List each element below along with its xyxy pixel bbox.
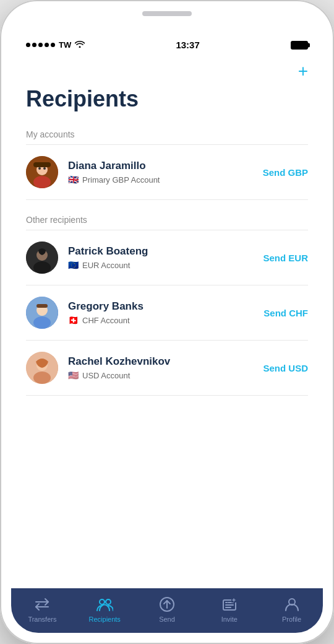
signal-dot-1 bbox=[26, 43, 30, 47]
svg-point-2 bbox=[33, 176, 51, 188]
recipient-account-gregory: 🇨🇭 CHF Account bbox=[68, 315, 254, 325]
nav-item-profile[interactable]: Profile bbox=[260, 596, 323, 623]
recipient-name-rachel: Rachel Kozhevnikov bbox=[68, 355, 253, 368]
avatar-diana-face bbox=[26, 156, 58, 188]
status-bar: TW 13:37 bbox=[11, 31, 323, 55]
other-recipients-label: Other recipients bbox=[11, 210, 323, 230]
carrier-text: TW bbox=[59, 40, 71, 50]
recipient-info-gregory: Gregory Banks 🇨🇭 CHF Account bbox=[68, 300, 254, 325]
recipient-info-diana: Diana Jaramillo 🇬🇧 Primary GBP Account bbox=[68, 160, 253, 185]
account-type-patrick: EUR Account bbox=[82, 261, 130, 270]
send-icon bbox=[158, 596, 176, 613]
svg-rect-12 bbox=[36, 304, 48, 308]
phone-screen: TW 13:37 + Recipients My ac bbox=[11, 31, 323, 633]
recipients-icon bbox=[96, 596, 113, 613]
nav-item-recipients[interactable]: Recipients bbox=[74, 596, 136, 623]
invite-icon bbox=[221, 596, 238, 613]
svg-point-8 bbox=[33, 261, 51, 274]
recipient-item-rachel[interactable]: Rachel Kozhevnikov 🇺🇸 USD Account Send U… bbox=[11, 341, 323, 395]
invite-label: Invite bbox=[221, 616, 238, 623]
avatar-patrick bbox=[26, 242, 58, 274]
divider-6 bbox=[26, 395, 308, 396]
svg-point-4 bbox=[43, 167, 46, 170]
flag-diana: 🇬🇧 bbox=[68, 175, 79, 185]
recipients-label: Recipients bbox=[89, 616, 121, 623]
account-type-diana: Primary GBP Account bbox=[82, 175, 160, 185]
recipient-item-patrick[interactable]: Patrick Boateng 🇪🇺 EUR Account Send EUR bbox=[11, 230, 323, 285]
profile-label: Profile bbox=[282, 616, 301, 623]
svg-point-3 bbox=[38, 167, 41, 170]
recipient-account-diana: 🇬🇧 Primary GBP Account bbox=[68, 175, 253, 185]
svg-point-19 bbox=[106, 599, 111, 604]
flag-patrick: 🇪🇺 bbox=[68, 260, 79, 270]
signal-dot-5 bbox=[51, 43, 55, 47]
avatar-diana bbox=[26, 156, 58, 188]
add-recipient-button[interactable]: + bbox=[298, 63, 308, 80]
recipient-account-rachel: 🇺🇸 USD Account bbox=[68, 370, 253, 380]
svg-point-15 bbox=[33, 372, 51, 384]
signal-dots bbox=[26, 43, 55, 47]
recipient-info-patrick: Patrick Boateng 🇪🇺 EUR Account bbox=[68, 245, 253, 270]
wifi-icon bbox=[75, 40, 85, 50]
send-gbp-button[interactable]: Send GBP bbox=[263, 167, 308, 178]
divider-2 bbox=[26, 199, 308, 200]
flag-gregory: 🇨🇭 bbox=[68, 315, 79, 325]
content-area: + Recipients My accounts bbox=[11, 55, 323, 588]
send-label: Send bbox=[159, 616, 175, 623]
recipient-name-patrick: Patrick Boateng bbox=[68, 245, 253, 258]
svg-point-11 bbox=[33, 316, 51, 329]
avatar-rachel bbox=[26, 352, 58, 384]
signal-dot-4 bbox=[45, 43, 49, 47]
transfers-label: Transfers bbox=[28, 616, 56, 623]
phone-frame: TW 13:37 + Recipients My ac bbox=[0, 0, 334, 644]
my-accounts-label: My accounts bbox=[11, 124, 323, 144]
battery-icon bbox=[291, 41, 308, 50]
status-right bbox=[291, 41, 308, 50]
status-time: 13:37 bbox=[176, 40, 199, 50]
signal-dot-3 bbox=[38, 43, 43, 47]
status-left: TW bbox=[26, 40, 85, 50]
nav-item-invite[interactable]: Invite bbox=[198, 596, 260, 623]
bottom-nav: Transfers Recipients bbox=[11, 588, 323, 633]
send-eur-button[interactable]: Send EUR bbox=[263, 253, 308, 263]
recipient-name-diana: Diana Jaramillo bbox=[68, 160, 253, 172]
recipient-name-gregory: Gregory Banks bbox=[68, 300, 254, 313]
recipient-item-gregory[interactable]: Gregory Banks 🇨🇭 CHF Account Send CHF bbox=[11, 285, 323, 340]
nav-item-send[interactable]: Send bbox=[136, 596, 199, 623]
send-chf-button[interactable]: Send CHF bbox=[263, 308, 308, 318]
svg-point-18 bbox=[100, 599, 105, 604]
page-title: Recipients bbox=[11, 55, 323, 124]
recipient-info-rachel: Rachel Kozhevnikov 🇺🇸 USD Account bbox=[68, 355, 253, 380]
signal-dot-2 bbox=[32, 43, 36, 47]
phone-notch bbox=[142, 11, 192, 16]
profile-icon bbox=[283, 596, 301, 613]
recipient-account-patrick: 🇪🇺 EUR Account bbox=[68, 260, 253, 270]
account-type-rachel: USD Account bbox=[82, 371, 130, 380]
svg-rect-5 bbox=[33, 162, 51, 167]
recipient-item-diana[interactable]: Diana Jaramillo 🇬🇧 Primary GBP Account S… bbox=[11, 145, 323, 199]
account-type-gregory: CHF Account bbox=[82, 316, 130, 325]
nav-item-transfers[interactable]: Transfers bbox=[11, 596, 74, 623]
avatar-gregory bbox=[26, 297, 58, 329]
send-usd-button[interactable]: Send USD bbox=[263, 363, 308, 373]
flag-rachel: 🇺🇸 bbox=[68, 370, 79, 380]
transfers-icon bbox=[33, 596, 51, 613]
